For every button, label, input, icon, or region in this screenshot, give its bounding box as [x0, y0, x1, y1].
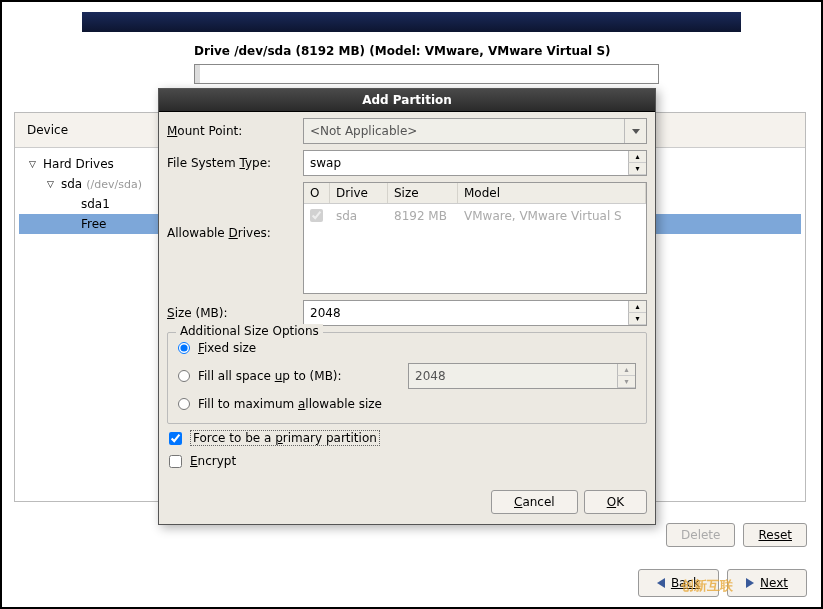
reset-button[interactable]: Reset [743, 523, 807, 547]
chevron-down-icon [624, 119, 646, 143]
allowable-drives-table[interactable]: O Drive Size Model sda 8192 MB VMware, V… [303, 182, 647, 294]
ok-button[interactable]: OK [584, 490, 647, 514]
back-button[interactable]: Back [638, 569, 719, 597]
force-primary-checkbox[interactable] [169, 432, 182, 445]
chevron-down-icon: ▾ [628, 163, 646, 175]
radio-fill-max[interactable]: Fill to maximum allowable size [176, 393, 638, 415]
arrow-left-icon [657, 578, 665, 588]
expander-icon[interactable]: ▽ [29, 159, 39, 169]
fstype-combo[interactable]: ▴ ▾ [303, 150, 647, 176]
size-spinner-buttons[interactable]: ▴ ▾ [628, 301, 646, 325]
fieldset-legend: Additional Size Options [176, 324, 323, 338]
chevron-down-icon: ▾ [628, 313, 646, 325]
chevron-down-icon: ▾ [617, 376, 635, 388]
radio-fill-up-to[interactable]: Fill all space up to (MB): ▴ ▾ [176, 359, 638, 393]
tree-label: Hard Drives [43, 157, 114, 171]
chevron-up-icon: ▴ [628, 151, 646, 163]
fstype-label: File System Type: [167, 156, 295, 170]
drives-header-row: O Drive Size Model [304, 183, 646, 204]
mount-point-input [304, 119, 624, 143]
additional-size-options: Additional Size Options Fixed size Fill … [167, 332, 647, 424]
installer-header-bar [82, 12, 741, 32]
fill-up-to-spinner: ▴ ▾ [408, 363, 636, 389]
tree-label: Free [81, 217, 106, 231]
table-row[interactable]: sda 8192 MB VMware, VMware Virtual S [304, 204, 646, 230]
tree-path: (/dev/sda) [86, 178, 142, 191]
chevron-up-icon: ▴ [628, 301, 646, 313]
radio-input[interactable] [178, 342, 190, 354]
size-input[interactable] [304, 301, 628, 325]
force-primary-checkbox-row[interactable]: Force to be a primary partition [167, 424, 647, 448]
next-button[interactable]: Next [727, 569, 807, 597]
drive-summary-label: Drive /dev/sda (8192 MB) (Model: VMware,… [194, 44, 821, 58]
arrow-right-icon [746, 578, 754, 588]
radio-input[interactable] [178, 370, 190, 382]
radio-fixed-size[interactable]: Fixed size [176, 337, 638, 359]
encrypt-checkbox-row[interactable]: Encrypt [167, 448, 647, 470]
drive-checkbox [310, 209, 323, 222]
tree-label: sda1 [81, 197, 110, 211]
dialog-title: Add Partition [159, 89, 655, 112]
mount-point-combo [303, 118, 647, 144]
radio-input[interactable] [178, 398, 190, 410]
size-label: Size (MB): [167, 306, 295, 320]
fstype-spinner[interactable]: ▴ ▾ [628, 151, 646, 175]
tree-label: sda [61, 177, 82, 191]
fill-up-to-input [409, 364, 617, 388]
size-spinner[interactable]: ▴ ▾ [303, 300, 647, 326]
partition-usage-used [195, 65, 200, 83]
delete-button[interactable]: Delete [666, 523, 735, 547]
allowable-drives-label: Allowable Drives: [167, 182, 295, 240]
chevron-up-icon: ▴ [617, 364, 635, 376]
partition-usage-bar [194, 64, 659, 84]
add-partition-dialog: Add Partition Mount Point: File System T… [158, 88, 656, 525]
fstype-input[interactable] [304, 151, 628, 175]
expander-icon[interactable]: ▽ [47, 179, 57, 189]
cancel-button[interactable]: Cancel [491, 490, 578, 514]
mount-point-label: Mount Point: [167, 124, 295, 138]
encrypt-checkbox[interactable] [169, 455, 182, 468]
